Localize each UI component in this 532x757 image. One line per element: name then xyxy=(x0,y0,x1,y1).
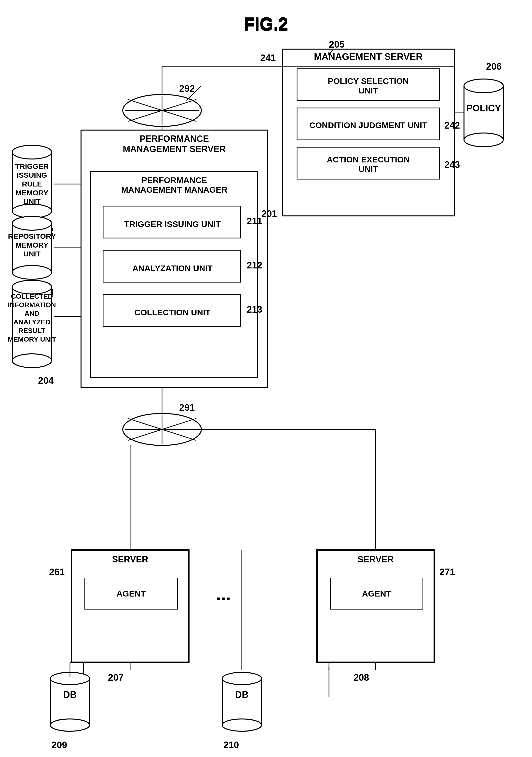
server-right-box: SERVER AGENT xyxy=(317,550,434,662)
policy-label: POLICY xyxy=(459,103,508,114)
condition-judgment-unit: CONDITION JUDGMENT UNIT xyxy=(298,112,438,138)
db-center-label: DB xyxy=(217,689,266,700)
ref-261: 261 xyxy=(49,567,65,577)
ref-241: 241 xyxy=(260,53,276,63)
server-right-label: SERVER xyxy=(318,554,434,565)
agent-left: AGENT xyxy=(84,578,178,610)
svg-point-51 xyxy=(12,354,51,368)
svg-rect-55 xyxy=(222,679,262,725)
svg-point-56 xyxy=(222,672,262,684)
ref-211: 211 xyxy=(247,216,262,227)
server-left-label: SERVER xyxy=(72,554,188,565)
ref-271: 271 xyxy=(439,567,455,577)
action-execution-unit: ACTION EXECUTIONUNIT xyxy=(298,151,438,178)
fig-title: FIG.2 xyxy=(244,14,288,34)
dots-separator: ... xyxy=(216,584,231,604)
ref-201: 201 xyxy=(262,209,277,219)
svg-line-13 xyxy=(128,99,196,121)
svg-line-14 xyxy=(128,99,196,121)
ref-206: 206 xyxy=(486,61,502,72)
policy-selection-unit: POLICY SELECTIONUNIT xyxy=(298,73,438,99)
trigger-issuing-unit: TRIGGER ISSUING UNIT xyxy=(104,211,240,237)
repository-label: REPOSITORYMEMORY UNIT xyxy=(7,232,56,258)
ref-210: 210 xyxy=(223,740,239,750)
trigger-issuing-rule-label: TRIGGERISSUING RULEMEMORY UNIT xyxy=(7,162,56,206)
management-server-label: MANAGEMENT SERVER xyxy=(284,51,453,62)
ref-242: 242 xyxy=(444,120,460,131)
pms-label: PERFORMANCEMANAGEMENT SERVER xyxy=(82,134,266,154)
ref-243: 243 xyxy=(444,160,460,170)
svg-point-57 xyxy=(222,719,262,731)
agent-right: AGENT xyxy=(330,578,423,610)
ref-207: 207 xyxy=(108,672,123,683)
svg-point-54 xyxy=(50,719,90,731)
svg-line-18 xyxy=(128,418,196,440)
trigger-issuing-rule-cylinder: TRIGGERISSUING RULEMEMORY UNIT xyxy=(7,142,56,221)
svg-point-53 xyxy=(50,672,90,684)
db-center-cylinder: DB xyxy=(217,670,266,734)
collected-info-label: COLLECTEDINFORMATIONAND ANALYZEDRESULTME… xyxy=(7,292,56,344)
ref-208: 208 xyxy=(354,672,369,683)
collection-unit: COLLECTION UNIT xyxy=(104,299,240,326)
svg-point-47 xyxy=(12,216,51,230)
ref-204: 204 xyxy=(38,376,53,386)
server-left-box: SERVER AGENT xyxy=(71,550,189,662)
policy-cylinder: POLICY xyxy=(459,76,508,150)
svg-line-19 xyxy=(128,418,196,440)
ref-212: 212 xyxy=(247,260,262,271)
db-left-cylinder: DB xyxy=(46,670,95,734)
ref-209: 209 xyxy=(51,740,67,750)
repository-cylinder: REPOSITORYMEMORY UNIT xyxy=(7,213,56,282)
svg-point-42 xyxy=(464,133,503,147)
collected-info-cylinder: COLLECTEDINFORMATIONAND ANALYZEDRESULTME… xyxy=(7,277,56,371)
diagram: FIG.2 xyxy=(0,0,532,757)
db-left-label: DB xyxy=(46,689,95,700)
svg-point-44 xyxy=(12,145,51,159)
svg-point-41 xyxy=(464,79,503,93)
ref-292: 292 xyxy=(179,83,195,94)
ref-213: 213 xyxy=(247,304,262,315)
svg-point-10 xyxy=(123,95,201,126)
pmm-label: PERFORMANCEMANAGEMENT MANAGER xyxy=(92,175,257,195)
svg-point-15 xyxy=(123,413,201,445)
svg-rect-52 xyxy=(50,679,90,725)
analyzation-unit: ANALYZATION UNIT xyxy=(104,255,240,282)
ref-291: 291 xyxy=(179,403,195,413)
